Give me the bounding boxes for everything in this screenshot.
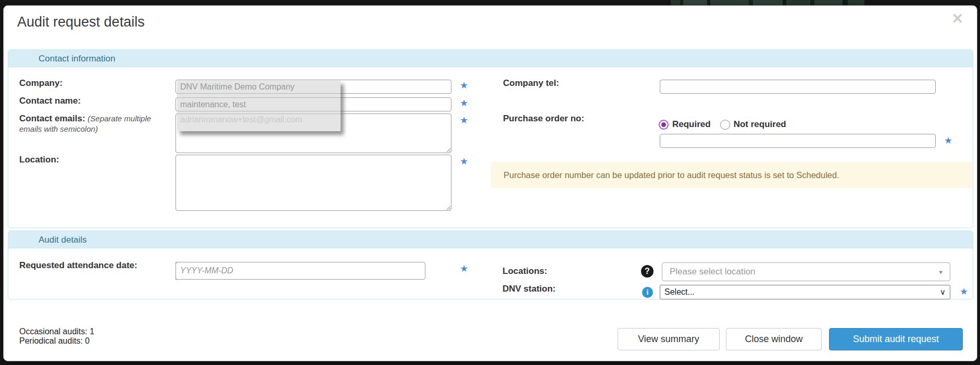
location-label: Location: bbox=[19, 155, 59, 165]
required-star-location: ★ bbox=[460, 156, 468, 167]
page-title: Audit request details bbox=[17, 14, 145, 30]
location-field[interactable] bbox=[175, 155, 451, 211]
company-label: Company: bbox=[19, 78, 62, 89]
purchase-order-notice: Purchase order number can be updated pri… bbox=[491, 162, 972, 188]
contact-emails-label-text: Contact emails: bbox=[19, 114, 85, 123]
select-chevron-icon: ∨ bbox=[940, 287, 950, 297]
required-star-contact-name: ★ bbox=[460, 97, 468, 109]
close-icon[interactable]: ✕ bbox=[951, 12, 963, 26]
background-page-sliver bbox=[671, 0, 879, 5]
dnv-station-select[interactable]: Select... ∨ bbox=[660, 285, 950, 299]
close-window-button[interactable]: Close window bbox=[726, 328, 822, 350]
occasional-audits-count: Occasional audits: 1 bbox=[19, 327, 94, 336]
periodical-audits-count: Periodical audits: 0 bbox=[19, 336, 90, 346]
submit-audit-request-button[interactable]: Submit audit request bbox=[829, 328, 963, 350]
contact-emails-label: Contact emails: (Separate multiple email… bbox=[19, 114, 171, 134]
radio-not-required[interactable] bbox=[720, 120, 730, 130]
question-help-icon[interactable]: ? bbox=[641, 265, 654, 278]
field-overlay-shade bbox=[177, 81, 341, 131]
radio-not-required-label[interactable]: Not required bbox=[734, 119, 786, 130]
purchase-order-field[interactable] bbox=[660, 134, 936, 148]
dnv-station-selected-value: Select... bbox=[660, 287, 940, 297]
radio-required-label[interactable]: Required bbox=[672, 119, 711, 130]
dnv-station-label: DNV station: bbox=[502, 284, 556, 294]
required-star-dnv-station: ★ bbox=[960, 286, 968, 297]
required-star-company: ★ bbox=[460, 80, 468, 91]
required-star-purchase-order: ★ bbox=[944, 135, 952, 146]
requested-date-input[interactable] bbox=[175, 262, 425, 280]
locations-label: Locations: bbox=[502, 266, 547, 276]
audit-request-modal: Audit request details ✕ Contact informat… bbox=[3, 5, 977, 361]
company-tel-field[interactable] bbox=[660, 80, 936, 94]
requested-date-group bbox=[175, 262, 198, 280]
contact-name-label: Contact name: bbox=[19, 96, 81, 106]
audit-details-header: Audit details bbox=[8, 231, 973, 248]
view-summary-button[interactable]: View summary bbox=[618, 328, 720, 350]
locations-dropdown[interactable]: Please select location ▾ bbox=[662, 262, 950, 281]
requested-date-label: Requested attendance date: bbox=[19, 260, 149, 271]
contact-information-header: Contact information bbox=[8, 50, 973, 67]
purchase-order-label: Purchase order no: bbox=[503, 114, 584, 124]
radio-required[interactable] bbox=[659, 120, 669, 130]
locations-placeholder: Please select location bbox=[662, 267, 939, 277]
required-star-date: ★ bbox=[460, 263, 468, 274]
info-icon[interactable]: i bbox=[642, 287, 653, 298]
purchase-order-notice-text: Purchase order number can be updated pri… bbox=[504, 170, 839, 180]
company-tel-label: Company tel: bbox=[503, 78, 559, 89]
dropdown-triangle-icon: ▾ bbox=[939, 268, 950, 276]
purchase-order-radio-group: Required Not required bbox=[659, 119, 786, 130]
required-star-contact-emails: ★ bbox=[460, 115, 468, 126]
